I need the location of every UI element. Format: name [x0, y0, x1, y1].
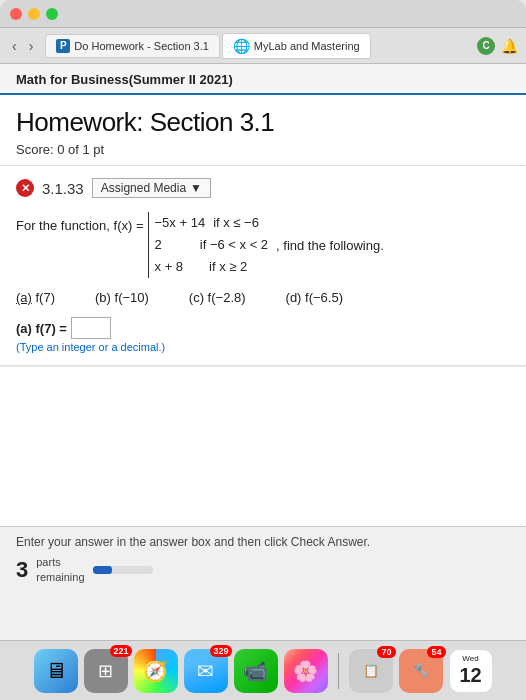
parts-label: parts — [36, 555, 84, 569]
expr-1: −5x + 14 — [155, 212, 206, 234]
window-chrome — [0, 0, 526, 28]
problem-area: ✕ 3.1.33 Assigned Media ▼ For the functi… — [0, 166, 526, 366]
part-a[interactable]: (a) f(7) — [16, 290, 55, 305]
score-label: Score: — [16, 142, 54, 157]
parts-number: 3 — [16, 557, 28, 583]
piecewise-row-2: 2 if −6 < x < 2 — [155, 234, 269, 256]
mail-icon: ✉ — [197, 659, 214, 683]
dock-clock[interactable]: Wed 12 — [449, 649, 493, 693]
hint-text: (Type an integer or a decimal.) — [16, 341, 510, 353]
dock-bar: 🖥 ⊞ 221 🧭 ✉ 329 📹 🌸 📋 70 🔧 54 Wed 12 — [0, 640, 526, 700]
assigned-media-label: Assigned Media — [101, 181, 186, 195]
piecewise-row-1: −5x + 14 if x ≤ −6 — [155, 212, 269, 234]
answer-area: (a) f(7) = (Type an integer or a decimal… — [16, 317, 510, 353]
dock-photos[interactable]: 🌸 — [284, 649, 328, 693]
forward-button[interactable]: › — [25, 36, 38, 56]
enter-answer-text: Enter your answer in the answer box and … — [16, 535, 510, 549]
expr-2: 2 — [155, 234, 162, 256]
mail-badge: 329 — [210, 645, 231, 657]
clock-weekday: Wed — [462, 655, 478, 664]
answer-label: (a) f(7) = — [16, 321, 67, 336]
tab-pearson[interactable]: P Do Homework - Section 3.1 — [45, 34, 220, 58]
homework-header: Homework: Section 3.1 Score: 0 of 1 pt — [0, 95, 526, 166]
clock-number: 12 — [459, 664, 481, 686]
problem-number: 3.1.33 — [42, 180, 84, 197]
badge-54-icon: 🔧 — [413, 663, 429, 678]
tab-mylab-label: MyLab and Mastering — [254, 40, 360, 52]
cond-2: if −6 < x < 2 — [200, 234, 268, 256]
assigned-media-button[interactable]: Assigned Media ▼ — [92, 178, 211, 198]
badge-70: 70 — [377, 646, 395, 658]
dropdown-arrow: ▼ — [190, 181, 202, 195]
course-header: Math for Business(Summer II 2021) — [0, 64, 526, 95]
minimize-button[interactable] — [28, 8, 40, 20]
dock-finder[interactable]: 🖥 — [34, 649, 78, 693]
content-spacer — [0, 366, 526, 526]
mylab-tab-icon: 🌐 — [233, 38, 250, 54]
answer-input[interactable] — [71, 317, 111, 339]
facetime-icon: 📹 — [243, 659, 268, 683]
course-title: Math for Business(Summer II 2021) — [16, 72, 510, 87]
part-d[interactable]: (d) f(−6.5) — [286, 290, 343, 305]
nav-icons: ‹ › — [8, 36, 37, 56]
homework-score: Score: 0 of 1 pt — [16, 142, 510, 157]
safari-icon: 🧭 — [143, 659, 168, 683]
badge-70-icon: 📋 — [363, 663, 379, 678]
dock-badge-54[interactable]: 🔧 54 — [399, 649, 443, 693]
piecewise-block: −5x + 14 if x ≤ −6 2 if −6 < x < 2 x + 8… — [148, 212, 269, 278]
tab-bar: P Do Homework - Section 3.1 🌐 MyLab and … — [45, 33, 469, 59]
homework-title: Homework: Section 3.1 — [16, 107, 510, 138]
maximize-button[interactable] — [46, 8, 58, 20]
launchpad-icon: ⊞ — [98, 660, 113, 682]
function-row: For the function, f(x) = −5x + 14 if x ≤… — [16, 212, 510, 278]
progress-bar-container — [93, 566, 153, 574]
parts-remaining: 3 parts remaining — [16, 555, 510, 584]
dock-mail[interactable]: ✉ 329 — [184, 649, 228, 693]
finder-icon: 🖥 — [45, 658, 67, 684]
pearson-tab-icon: P — [56, 39, 70, 53]
problem-header: ✕ 3.1.33 Assigned Media ▼ — [16, 178, 510, 198]
main-content: Math for Business(Summer II 2021) Homewo… — [0, 64, 526, 640]
progress-bar-fill — [93, 566, 113, 574]
part-c[interactable]: (c) f(−2.8) — [189, 290, 246, 305]
cond-1: if x ≤ −6 — [213, 212, 259, 234]
close-button[interactable] — [10, 8, 22, 20]
dock-divider — [338, 653, 339, 689]
dock-facetime[interactable]: 📹 — [234, 649, 278, 693]
launchpad-badge: 221 — [110, 645, 131, 657]
dock-badge-70[interactable]: 📋 70 — [349, 649, 393, 693]
tab-mylab[interactable]: 🌐 MyLab and Mastering — [222, 33, 371, 59]
tab-pearson-label: Do Homework - Section 3.1 — [74, 40, 209, 52]
expr-3: x + 8 — [155, 256, 184, 278]
function-intro: For the function, f(x) = — [16, 212, 144, 237]
piecewise-row-3: x + 8 if x ≥ 2 — [155, 256, 269, 278]
parts-info: parts remaining — [36, 555, 84, 584]
parts-row: (a) f(7) (b) f(−10) (c) f(−2.8) (d) f(−6… — [16, 290, 510, 305]
part-b[interactable]: (b) f(−10) — [95, 290, 149, 305]
bottom-bar: Enter your answer in the answer box and … — [0, 526, 526, 592]
answer-input-row: (a) f(7) = — [16, 317, 510, 339]
dock-launchpad[interactable]: ⊞ 221 — [84, 649, 128, 693]
notification-icon[interactable]: 🔔 — [501, 38, 518, 54]
find-text: , find the following. — [276, 232, 384, 257]
remaining-label: remaining — [36, 570, 84, 584]
cond-3: if x ≥ 2 — [209, 256, 247, 278]
function-display: For the function, f(x) = −5x + 14 if x ≤… — [16, 212, 510, 278]
photos-icon: 🌸 — [293, 659, 318, 683]
score-value: 0 of 1 pt — [57, 142, 104, 157]
back-button[interactable]: ‹ — [8, 36, 21, 56]
dock-safari[interactable]: 🧭 — [134, 649, 178, 693]
incorrect-icon: ✕ — [16, 179, 34, 197]
browser-actions: C 🔔 — [477, 37, 518, 55]
badge-54: 54 — [427, 646, 445, 658]
circle-icon: C — [477, 37, 495, 55]
browser-toolbar: ‹ › P Do Homework - Section 3.1 🌐 MyLab … — [0, 28, 526, 64]
